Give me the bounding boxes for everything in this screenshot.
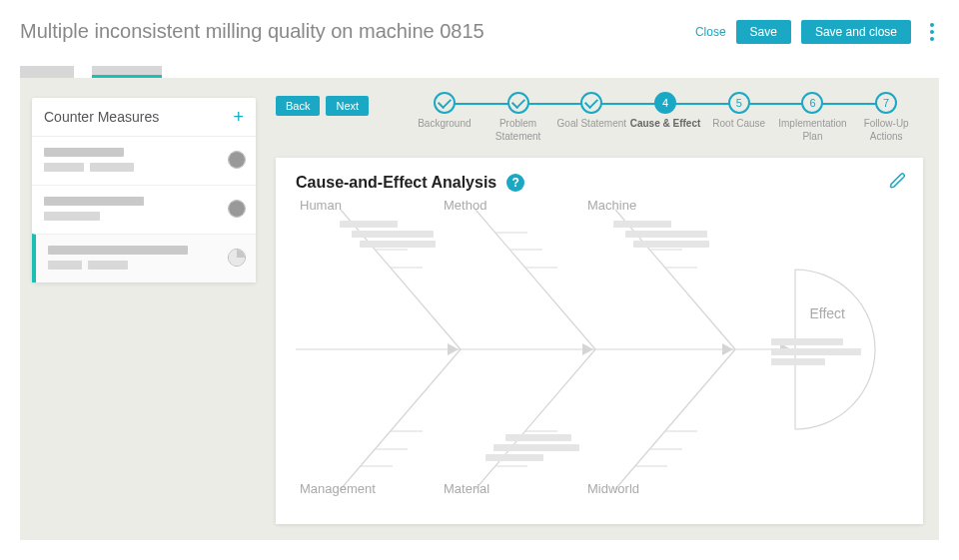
add-counter-measure-button[interactable]: + bbox=[233, 108, 244, 126]
card-title: Cause-and-Effect Analysis bbox=[296, 174, 496, 192]
tab-placeholder-1[interactable] bbox=[20, 66, 74, 78]
counter-measures-title: Counter Measures bbox=[44, 109, 159, 125]
svg-line-6 bbox=[476, 349, 595, 489]
step-problem-statement[interactable]: Problem Statement bbox=[481, 92, 555, 143]
category-method: Method bbox=[444, 198, 486, 213]
step-implementation-plan[interactable]: 6Implementation Plan bbox=[776, 92, 850, 143]
counter-measures-panel: Counter Measures + bbox=[32, 98, 256, 282]
category-management: Management bbox=[300, 481, 376, 496]
counter-measure-item-selected[interactable] bbox=[32, 234, 256, 282]
more-actions-kebab[interactable] bbox=[925, 23, 939, 41]
step-root-cause[interactable]: 5Root Cause bbox=[702, 92, 776, 143]
step-follow-up-actions[interactable]: 7Follow-Up Actions bbox=[849, 92, 923, 143]
counter-measure-item[interactable] bbox=[32, 136, 256, 185]
tab-bar bbox=[20, 66, 162, 78]
category-human: Human bbox=[300, 198, 342, 213]
close-link[interactable]: Close bbox=[695, 25, 726, 39]
counter-measure-item[interactable] bbox=[32, 185, 256, 234]
edit-pencil-icon[interactable] bbox=[889, 172, 907, 194]
step-background[interactable]: Background bbox=[408, 92, 481, 143]
cause-effect-card: Cause-and-Effect Analysis ? bbox=[276, 158, 923, 524]
fishbone-diagram: Human Method Machine Management Material… bbox=[296, 200, 903, 499]
status-pie-icon bbox=[228, 249, 246, 267]
status-pie-icon bbox=[228, 151, 246, 169]
svg-line-7 bbox=[615, 349, 735, 489]
wizard-stepper: Background Problem Statement Goal Statem… bbox=[408, 92, 923, 143]
svg-line-5 bbox=[341, 349, 461, 489]
effect-label: Effect bbox=[809, 305, 845, 321]
next-button[interactable]: Next bbox=[326, 96, 369, 116]
save-and-close-button[interactable]: Save and close bbox=[801, 20, 911, 44]
status-pie-icon bbox=[228, 200, 246, 218]
step-goal-statement[interactable]: Goal Statement bbox=[554, 92, 628, 143]
tab-placeholder-2-active[interactable] bbox=[92, 66, 162, 78]
header: Multiple inconsistent milling quality on… bbox=[20, 20, 939, 78]
help-icon[interactable]: ? bbox=[506, 174, 524, 192]
svg-line-3 bbox=[476, 210, 595, 349]
category-machine: Machine bbox=[587, 198, 636, 213]
back-button[interactable]: Back bbox=[276, 96, 320, 116]
step-cause-effect[interactable]: 4Cause & Effect bbox=[628, 92, 702, 143]
save-button[interactable]: Save bbox=[736, 20, 791, 44]
category-material: Material bbox=[444, 481, 489, 496]
category-midworld: Midworld bbox=[587, 481, 639, 496]
